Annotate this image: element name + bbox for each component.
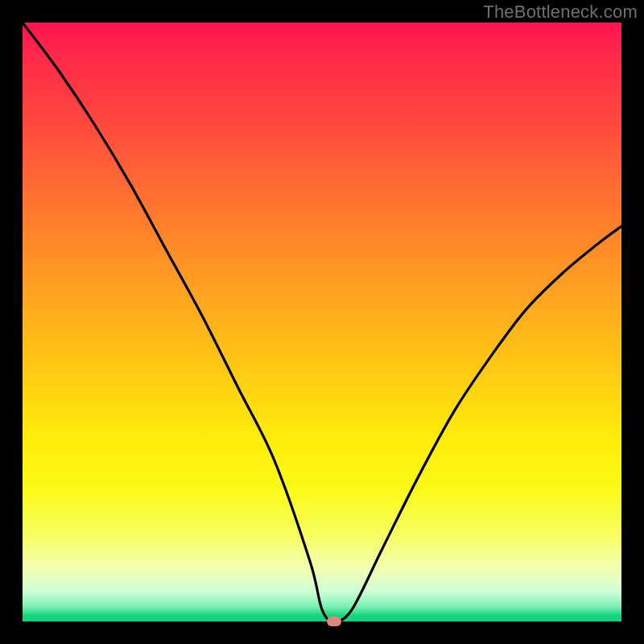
bottleneck-curve [23, 23, 621, 621]
plot-area [23, 23, 621, 621]
chart-frame: TheBottleneck.com [0, 0, 644, 644]
watermark-label: TheBottleneck.com [483, 2, 638, 23]
optimum-marker [327, 617, 341, 626]
